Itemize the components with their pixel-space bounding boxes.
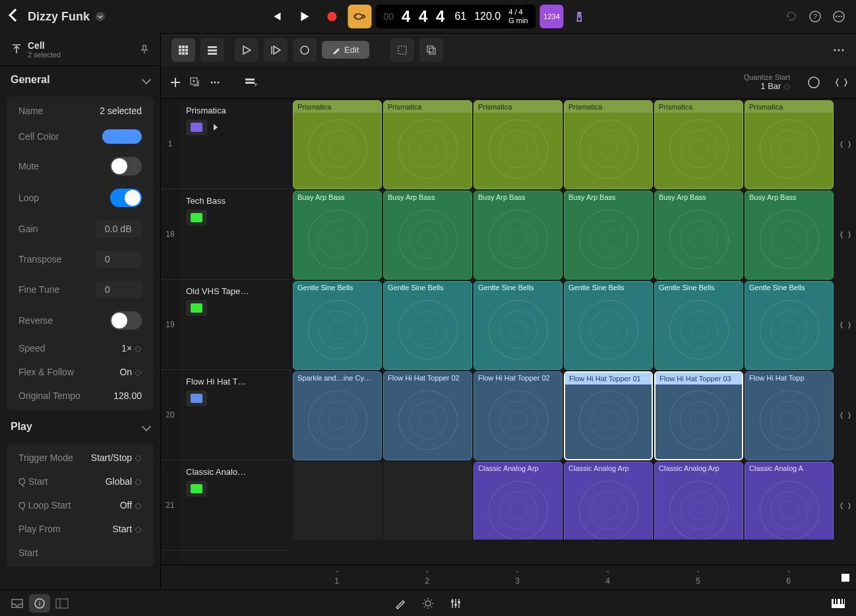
reverse-toggle[interactable] xyxy=(110,311,142,330)
row-trigger[interactable] xyxy=(835,189,856,280)
clip-cell[interactable]: Busy Arp Bass xyxy=(474,191,563,280)
clip-cell[interactable] xyxy=(293,462,382,551)
clip-cell[interactable]: Prismatica xyxy=(383,100,472,189)
more-icon[interactable] xyxy=(832,10,845,23)
edit-button[interactable]: Edit xyxy=(322,41,369,59)
track-number[interactable]: 18 xyxy=(161,189,179,280)
grid-view-button[interactable] xyxy=(171,38,195,62)
help-icon[interactable]: ? xyxy=(809,10,822,23)
more-icon[interactable] xyxy=(208,76,222,89)
expand-icon[interactable] xyxy=(835,76,848,89)
lcd-display[interactable]: 00 4 4 4 61 120.0 4 / 4G min xyxy=(375,5,535,28)
more-icon[interactable] xyxy=(832,44,845,57)
track-number[interactable]: 21 xyxy=(161,460,179,551)
clip-cell[interactable]: Busy Arp Bass xyxy=(654,191,743,280)
clip-cell[interactable]: Classic Analog Arp xyxy=(654,462,743,551)
stop-all-button[interactable] xyxy=(835,565,856,590)
track-header[interactable]: Old VHS Tape… xyxy=(179,280,291,370)
row-trigger[interactable] xyxy=(835,99,856,189)
project-title[interactable]: Dizzy Funk xyxy=(28,10,106,24)
scene-trigger[interactable]: ⌃6 xyxy=(743,565,834,590)
duplicate-button[interactable] xyxy=(189,76,202,89)
qloop-value[interactable]: Off ◇ xyxy=(120,500,142,510)
upload-icon[interactable] xyxy=(11,44,22,55)
play-from-button[interactable] xyxy=(264,38,288,62)
clip-cell[interactable]: Prismatica xyxy=(564,100,653,189)
clip-cell[interactable]: Prismatica xyxy=(293,100,382,189)
clip-cell[interactable]: Prismatica xyxy=(654,100,743,189)
rewind-button[interactable] xyxy=(264,5,288,28)
clip-cell[interactable]: Gentle Sine Bells xyxy=(293,281,382,370)
clip-cell[interactable]: Sparkle and…ine Cymbal xyxy=(293,371,382,460)
track-header[interactable]: Classic Analo… xyxy=(179,460,291,551)
finetune-value[interactable]: 0 xyxy=(96,281,142,298)
clip-cell[interactable]: Flow Hi Hat Topper 02 xyxy=(383,371,472,460)
color-swatch[interactable] xyxy=(102,129,142,144)
scene-trigger[interactable]: ⌃2 xyxy=(382,565,472,590)
track-header[interactable]: Tech Bass xyxy=(179,189,291,280)
origtempo-value[interactable]: 128.00 xyxy=(113,390,142,401)
speed-value[interactable]: 1× ◇ xyxy=(121,343,142,354)
inbox-icon[interactable] xyxy=(11,598,24,609)
cycle-button[interactable] xyxy=(348,5,371,28)
record-scene-button[interactable] xyxy=(293,38,317,62)
pin-icon[interactable] xyxy=(139,44,150,55)
clip-cell[interactable]: Gentle Sine Bells xyxy=(654,281,743,370)
transpose-value[interactable]: 0 xyxy=(96,251,142,268)
count-in-button[interactable]: 1234 xyxy=(540,5,564,28)
row-trigger[interactable] xyxy=(835,370,856,460)
selection-button[interactable] xyxy=(390,38,414,62)
name-value[interactable]: 2 selected xyxy=(100,106,142,116)
panels-icon[interactable] xyxy=(55,598,69,609)
info-button[interactable]: i xyxy=(29,594,50,613)
track-header[interactable]: Flow Hi Hat T… xyxy=(179,370,291,460)
back-button[interactable] xyxy=(11,11,20,22)
play-button[interactable] xyxy=(292,5,316,28)
clip-cell[interactable]: Gentle Sine Bells xyxy=(474,281,563,370)
clip-cell[interactable]: Gentle Sine Bells xyxy=(383,281,472,370)
track-number[interactable]: 19 xyxy=(161,280,179,370)
record-circle-icon[interactable] xyxy=(807,76,820,89)
clip-cell[interactable]: Flow Hi Hat Topper 03 xyxy=(654,371,743,460)
clip-cell[interactable]: Busy Arp Bass xyxy=(293,191,382,280)
track-number[interactable]: 1 xyxy=(161,99,179,189)
flex-value[interactable]: On ◇ xyxy=(119,367,142,377)
clip-cell[interactable]: Classic Analog Arp xyxy=(474,462,563,551)
clip-cell[interactable]: Gentle Sine Bells xyxy=(745,281,834,370)
mixer-icon[interactable] xyxy=(450,598,462,609)
undo-icon[interactable] xyxy=(785,10,798,23)
gain-value[interactable]: 0.0 dB xyxy=(96,220,142,237)
play-section-header[interactable]: Play xyxy=(0,413,160,441)
clip-cell[interactable]: Gentle Sine Bells xyxy=(564,281,653,370)
track-header[interactable]: Prismatica xyxy=(179,99,291,189)
sidebar-title[interactable]: Cell xyxy=(28,40,61,51)
record-button[interactable] xyxy=(320,5,344,28)
clip-cell[interactable]: Classic Analog Arp xyxy=(564,462,653,551)
row-trigger[interactable] xyxy=(835,280,856,370)
track-number[interactable]: 20 xyxy=(161,370,179,460)
piano-icon[interactable] xyxy=(831,598,845,609)
scene-trigger[interactable]: ⌃1 xyxy=(291,565,382,590)
clip-cell[interactable]: Classic Analog A xyxy=(745,462,834,551)
quantize-start[interactable]: Quantize Start 1 Bar ◇ xyxy=(744,73,790,91)
clip-cell[interactable]: Busy Arp Bass xyxy=(564,191,653,280)
clip-cell[interactable] xyxy=(383,462,472,551)
general-section-header[interactable]: General xyxy=(0,66,160,94)
playfrom-value[interactable]: Start ◇ xyxy=(113,524,142,534)
loop-toggle[interactable] xyxy=(110,189,142,207)
scene-trigger[interactable]: ⌃3 xyxy=(472,565,563,590)
trigger-value[interactable]: Start/Stop ◇ xyxy=(91,452,142,463)
pencil-icon[interactable] xyxy=(394,598,406,609)
qstart-value[interactable]: Global ◇ xyxy=(106,476,142,487)
clip-cell[interactable]: Busy Arp Bass xyxy=(745,191,834,280)
clip-cell[interactable]: Prismatica xyxy=(745,100,834,189)
filter-button[interactable]: R xyxy=(244,76,257,89)
clip-cell[interactable]: Flow Hi Hat Topp xyxy=(745,371,834,460)
scene-trigger[interactable]: ⌃5 xyxy=(653,565,743,590)
clip-cell[interactable]: Flow Hi Hat Topper 02 xyxy=(474,371,563,460)
mute-toggle[interactable] xyxy=(110,157,142,175)
clip-cell[interactable]: Flow Hi Hat Topper 01 xyxy=(564,371,653,460)
copy-button[interactable] xyxy=(419,38,443,62)
scene-trigger[interactable]: ⌃4 xyxy=(563,565,653,590)
add-button[interactable] xyxy=(169,76,182,89)
